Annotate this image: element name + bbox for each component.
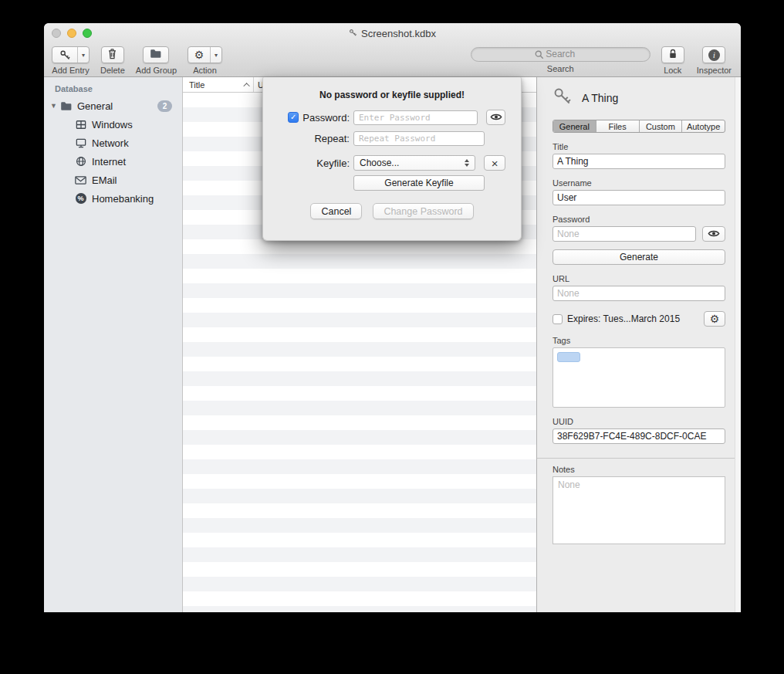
close-x-icon: × — [492, 157, 498, 169]
keyfile-select[interactable]: Choose... — [353, 155, 475, 171]
inspector-divider — [537, 458, 741, 459]
lock-button[interactable] — [661, 46, 684, 63]
clear-keyfile-button[interactable]: × — [484, 155, 505, 171]
eye-icon — [708, 227, 720, 241]
notes-field-label: Notes — [553, 465, 725, 474]
column-header-title[interactable]: Title — [183, 77, 253, 92]
notes-field[interactable] — [553, 476, 725, 544]
expires-checkbox[interactable] — [553, 314, 563, 324]
add-group-button[interactable] — [143, 46, 169, 63]
sidebar: Database ▼ General 2 Windows Network — [44, 77, 183, 612]
add-entry-label: Add Entry — [52, 66, 89, 75]
keyfile-dialog-label: Keyfile: — [279, 157, 350, 169]
change-password-button[interactable]: Change Password — [373, 203, 473, 219]
sidebar-item-label: EMail — [92, 174, 117, 186]
minimize-button[interactable] — [67, 29, 76, 38]
sidebar-item-general[interactable]: ▼ General 2 — [44, 97, 182, 115]
action-dropdown[interactable]: ▾ — [210, 47, 221, 63]
search-input[interactable] — [471, 47, 651, 62]
sidebar-header: Database — [55, 84, 182, 93]
search-toolbar-label: Search — [547, 64, 574, 73]
add-entry-button[interactable]: ▾ — [52, 46, 90, 63]
inspector-scrollbar[interactable] — [735, 77, 741, 612]
tab-general[interactable]: General — [553, 120, 596, 132]
checkmark-icon: ✓ — [290, 113, 296, 121]
disclosure-triangle-icon[interactable]: ▼ — [50, 102, 59, 110]
expires-row: Expires: Tues...March 2015 ⚙ — [553, 311, 725, 327]
repeat-password-input[interactable] — [353, 131, 485, 146]
tab-autotype[interactable]: Autotype — [682, 120, 725, 132]
generate-keyfile-button[interactable]: Generate Keyfile — [353, 175, 485, 191]
sidebar-item-network[interactable]: Network — [44, 134, 182, 152]
sidebar-item-internet[interactable]: Internet — [44, 152, 182, 171]
dialog-buttons: Cancel Change Password — [263, 203, 521, 219]
generate-password-button[interactable]: Generate — [553, 249, 725, 265]
entry-title: A Thing — [582, 92, 618, 104]
repeat-row: Repeat: — [263, 131, 521, 146]
search-group: Search — [471, 46, 651, 73]
password-row: ✓ Password: — [263, 110, 521, 125]
sidebar-item-homebanking[interactable]: % Homebanking — [44, 189, 182, 208]
folder-icon — [59, 101, 73, 111]
action-button[interactable]: ⚙ ▾ — [188, 46, 222, 63]
title-field-label: Title — [553, 142, 725, 151]
sidebar-item-label: General — [77, 100, 113, 112]
password-input[interactable] — [353, 110, 478, 125]
gear-icon: ⚙ — [188, 47, 210, 63]
zoom-button[interactable] — [83, 29, 92, 38]
add-group-label: Add Group — [136, 66, 177, 75]
inspector-button[interactable]: i — [702, 46, 725, 63]
uuid-field[interactable] — [553, 428, 725, 444]
inspector-toolbar-label: Inspector — [697, 66, 732, 75]
tab-custom[interactable]: Custom — [640, 120, 683, 132]
delete-group: Delete — [100, 46, 125, 75]
tag-token[interactable] — [557, 352, 580, 362]
app-window: Screenshot.kdbx ▾ Add Entry — [44, 23, 741, 612]
password-dialog-label: Password: — [302, 112, 350, 124]
change-password-dialog: No password or keyfile supplied! ✓ Passw… — [262, 77, 522, 241]
percent-coin-icon: % — [74, 193, 87, 204]
expires-label: Expires: Tues...March 2015 — [567, 313, 680, 324]
toolbar: ▾ Add Entry Delete Add Group — [44, 43, 741, 76]
dialog-message: No password or keyfile supplied! — [263, 90, 521, 100]
cancel-button[interactable]: Cancel — [310, 203, 362, 219]
delete-button[interactable] — [101, 46, 124, 63]
show-password-button[interactable] — [486, 110, 505, 125]
sidebar-item-email[interactable]: EMail — [44, 171, 182, 189]
tab-files[interactable]: Files — [596, 120, 640, 132]
eye-icon — [490, 110, 502, 124]
reveal-password-button[interactable] — [702, 226, 725, 242]
username-field[interactable] — [553, 190, 725, 205]
close-button[interactable] — [52, 29, 61, 38]
sidebar-item-label: Homebanking — [92, 193, 154, 205]
gear-icon: ⚙ — [710, 313, 720, 324]
trash-icon — [107, 48, 117, 63]
add-entry-dropdown[interactable]: ▾ — [77, 47, 89, 63]
tags-field-label: Tags — [553, 336, 725, 345]
sidebar-item-label: Internet — [92, 156, 126, 168]
password-checkbox[interactable]: ✓ — [288, 112, 299, 123]
keyfile-select-value: Choose... — [360, 157, 399, 168]
inspector-panel: A Thing General Files Custom Autotype Ti… — [536, 77, 741, 612]
lock-label: Lock — [664, 66, 681, 75]
password-field[interactable] — [553, 226, 696, 242]
title-field[interactable] — [553, 154, 725, 169]
folder-icon — [150, 48, 162, 62]
entry-count-badge: 2 — [157, 100, 172, 112]
traffic-lights — [52, 29, 92, 38]
url-field[interactable] — [553, 286, 725, 301]
sort-ascending-icon — [243, 83, 249, 89]
window-title: Screenshot.kdbx — [361, 28, 436, 39]
sidebar-item-label: Windows — [92, 119, 133, 130]
entry-key-icon — [553, 86, 573, 110]
titlebar[interactable]: Screenshot.kdbx — [44, 23, 741, 43]
url-field-label: URL — [553, 274, 725, 283]
key-icon — [52, 47, 77, 63]
window-chrome: Screenshot.kdbx ▾ Add Entry — [44, 23, 741, 77]
inspector-header: A Thing — [553, 86, 725, 110]
expires-settings-button[interactable]: ⚙ — [704, 311, 725, 327]
tags-box[interactable] — [553, 347, 725, 408]
username-field-label: Username — [553, 178, 725, 188]
sidebar-item-windows[interactable]: Windows — [44, 115, 182, 134]
inspector-tabs: General Files Custom Autotype — [553, 120, 725, 133]
